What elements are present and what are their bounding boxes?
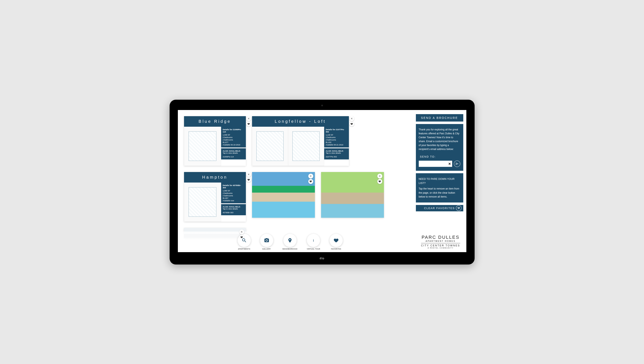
pare-text: Tap the heart to remove an item from the… <box>419 187 460 199</box>
heart-icon[interactable] <box>239 235 244 238</box>
card-blue-ridge: Blue Ridge Details for 21069Pa-114 1,008… <box>184 116 246 166</box>
card-row-1: Blue Ridge Details for 21069Pa-114 1,008… <box>184 116 407 166</box>
also-available[interactable]: ALSO AVAILABLE: Tap to view details 2107… <box>324 148 349 160</box>
nav-neighborhood[interactable]: NEIGHBORHOOD <box>283 234 298 250</box>
close-icon[interactable] <box>349 116 354 121</box>
card-longfellow: Longfellow - Loft Details for 21077Pa-30… <box>252 116 349 166</box>
floorplan-image[interactable] <box>184 127 221 166</box>
unit-details: Details for 21069Pa-114 1,008 SF 2 bedro… <box>221 127 246 148</box>
hottub-photo <box>321 172 384 218</box>
brochure-panel: Thank you for exploring all the great fe… <box>416 124 463 171</box>
device-brand: ēlo <box>320 257 324 260</box>
card-title: Blue Ridge <box>184 116 246 127</box>
close-icon[interactable] <box>308 174 313 178</box>
card-title: Longfellow - Loft <box>252 116 349 127</box>
clear-favorites-button[interactable]: CLEAR FAVORITES <box>416 205 463 211</box>
card-row-2: Hampton Details for 45780Br-303 1,080 SF… <box>184 172 407 222</box>
heart-icon <box>333 238 339 243</box>
heart-icon[interactable] <box>377 179 382 184</box>
floorplan-image[interactable] <box>184 182 221 222</box>
unit-details: Details for 21077Pa-302 1,130 SF 2 bedro… <box>324 127 349 148</box>
photo-card-pool[interactable] <box>252 172 315 218</box>
camera-icon <box>264 238 269 243</box>
pin-icon <box>287 238 293 243</box>
close-icon[interactable] <box>377 174 382 178</box>
send-icon <box>455 162 459 166</box>
send-to-label: SEND TO: <box>420 155 460 159</box>
email-input[interactable]: ✕ <box>419 161 452 167</box>
nav-virtual-tour[interactable]: VIRTUAL TOUR <box>307 234 320 250</box>
main-content: Blue Ridge Details for 21069Pa-114 1,008… <box>178 110 413 252</box>
floorplan-image[interactable] <box>288 127 324 166</box>
card-title: Hampton <box>184 172 246 182</box>
close-icon[interactable] <box>246 116 251 121</box>
heart-icon[interactable] <box>349 122 354 126</box>
also-available[interactable]: ALSO AVAILABLE: Tap to view details 4578… <box>221 203 246 215</box>
brand-logo: PARC DULLES APARTMENT HOMES CITY CENTER … <box>421 235 460 249</box>
pare-panel: NEED TO PARE DOWN YOUR LIST? Tap the hea… <box>416 173 463 202</box>
also-available[interactable]: ALSO AVAILABLE: Tap to view details 2106… <box>221 148 246 160</box>
input-clear-icon[interactable]: ✕ <box>448 161 451 167</box>
pool-photo <box>252 172 315 218</box>
brochure-intro: Thank you for exploring all the great fe… <box>419 128 460 152</box>
unit-details: Details for 45780Br-303 1,080 SF 2 bedro… <box>221 182 246 203</box>
heart-icon[interactable] <box>246 177 251 182</box>
heart-icon[interactable] <box>246 122 251 126</box>
floorplan-image[interactable] <box>252 127 288 166</box>
sidebar-header: SEND A BROCHURE <box>416 114 463 122</box>
close-icon[interactable] <box>239 230 244 234</box>
sidebar: SEND A BROCHURE Thank you for exploring … <box>413 110 466 252</box>
send-button[interactable] <box>454 160 460 167</box>
card-hampton: Hampton Details for 45780Br-303 1,080 SF… <box>184 172 246 222</box>
footer-nav: APARTMENTS GALLERY NEIGHBORHOOD VIRTUAL … <box>178 232 466 252</box>
pare-title: NEED TO PARE DOWN YOUR LIST? <box>419 177 460 185</box>
nav-gallery[interactable]: GALLERY <box>260 234 273 250</box>
screen: Blue Ridge Details for 21069Pa-114 1,008… <box>178 110 466 252</box>
search-icon <box>242 238 247 243</box>
nav-favorites[interactable]: FAVORITES <box>330 234 343 250</box>
heart-icon[interactable] <box>308 179 313 184</box>
info-icon <box>311 238 316 243</box>
device-bezel: Blue Ridge Details for 21069Pa-114 1,008… <box>170 100 475 264</box>
heart-icon <box>456 205 462 211</box>
photo-card-hottub[interactable] <box>321 172 384 218</box>
close-icon[interactable] <box>246 172 251 177</box>
